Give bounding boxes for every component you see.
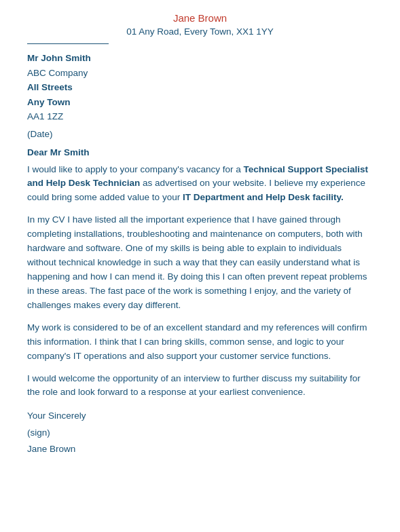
salutation: Dear Mr Smith (27, 147, 373, 157)
paragraph-4: I would welcome the opportunity of an in… (27, 372, 373, 400)
valediction: Your Sincerely (27, 408, 373, 424)
sender-name: Jane Brown (27, 12, 373, 24)
paragraph-2: In my CV I have listed all the important… (27, 213, 373, 312)
recipient-name: Mr John Smith (27, 51, 373, 66)
sign: (sign) (27, 425, 373, 441)
recipient-street: All Streets (27, 80, 373, 95)
closing-name: Jane Brown (27, 441, 373, 457)
recipient-postcode: AA1 1ZZ (27, 109, 373, 124)
recipient-block: Mr John Smith ABC Company All Streets An… (27, 51, 373, 124)
recipient-town: Any Town (27, 95, 373, 110)
paragraph-1: I would like to apply to your company's … (27, 163, 373, 206)
letter-date: (Date) (27, 127, 373, 142)
divider (27, 43, 109, 44)
header: Jane Brown 01 Any Road, Every Town, XX1 … (27, 12, 373, 37)
closing-block: Your Sincerely (sign) Jane Brown (27, 408, 373, 457)
recipient-company: ABC Company (27, 66, 373, 81)
paragraph-3: My work is considered to be of an excell… (27, 321, 373, 364)
sender-address: 01 Any Road, Every Town, XX1 1YY (27, 26, 373, 37)
date-block: (Date) (27, 127, 373, 142)
